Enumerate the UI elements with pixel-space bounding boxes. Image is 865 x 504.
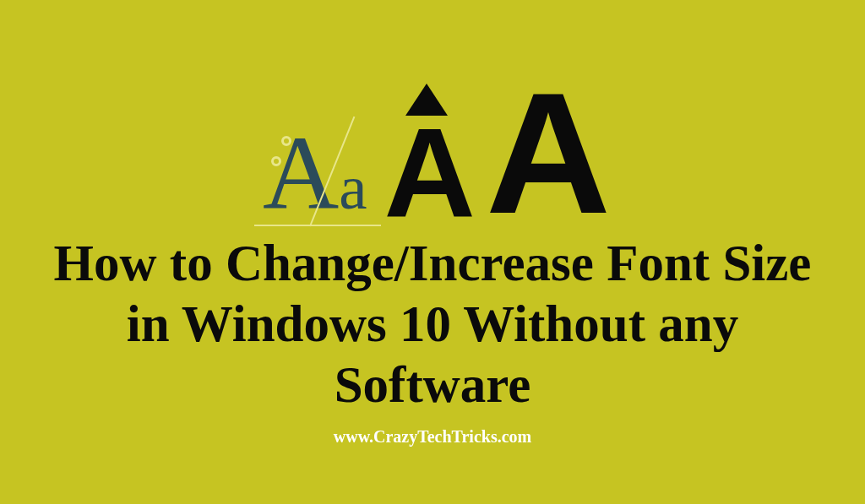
site-url: www.CrazyTechTricks.com [334, 427, 531, 447]
serif-letter-group: A a [263, 121, 367, 226]
guide-dot-icon [271, 156, 281, 166]
bold-a-with-caret-icon: A [384, 84, 469, 227]
article-headline: How to Change/Increase Font Size in Wind… [44, 233, 821, 415]
font-size-graphic: A a A A [263, 57, 602, 226]
bold-capital-a-large-icon: A [486, 79, 602, 226]
serif-lowercase-a-icon: a [339, 155, 367, 219]
bold-capital-a-medium-icon: A [384, 119, 469, 227]
serif-capital-a-icon: A [263, 121, 339, 226]
guide-dot-icon [281, 136, 291, 146]
